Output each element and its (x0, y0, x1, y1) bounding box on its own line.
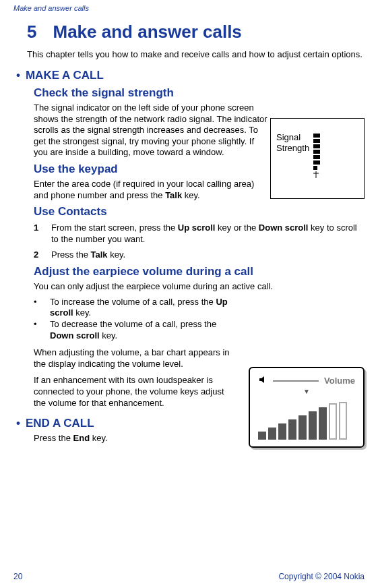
subhead-adjust-volume: Adjust the earpiece volume during a call (34, 265, 365, 278)
b2-post: key. (100, 330, 118, 341)
text-use-keypad: Enter the area code (if required in your… (34, 179, 270, 201)
keypad-pre: Enter the area code (if required in your… (34, 179, 254, 200)
step-2-content: Press the Talk key. (51, 249, 365, 261)
copyright-text: Copyright © 2004 Nokia (278, 572, 365, 581)
signal-bars-icon (313, 134, 320, 178)
keypad-bold: Talk (165, 190, 182, 200)
s2-post: key. (108, 249, 126, 260)
text-volume-barchart: When adjusting the volume, a bar chart a… (34, 347, 236, 370)
triangle-down-icon: ▼ (258, 388, 355, 395)
signal-label-1: Signal (276, 132, 301, 142)
figure-volume: Volume ▼ (249, 367, 365, 448)
text-volume-enhancement: If an enhancement with its own loudspeak… (34, 375, 236, 409)
bullet-increase-content: To increase the volume of a call, press … (50, 297, 239, 320)
step-1: 1 From the start screen, press the Up sc… (34, 223, 365, 245)
volume-line-icon (273, 380, 319, 382)
volume-bullet-list: • To increase the volume of a call, pres… (34, 297, 365, 343)
volume-label: Volume (324, 376, 355, 386)
running-header: Make and answer calls (13, 0, 365, 12)
end-pre: Press the (34, 433, 73, 443)
bullet-dot-icon: • (34, 319, 50, 342)
page-number: 20 (13, 572, 22, 581)
bullet-decrease-content: To decrease the volume of a call, press … (50, 319, 239, 342)
subhead-signal-strength: Check the signal strength (34, 86, 365, 100)
step-2: 2 Press the Talk key. (34, 249, 365, 261)
b2-b: Down scroll (50, 330, 100, 341)
page-footer: 20 Copyright © 2004 Nokia (13, 572, 365, 581)
s1-b1: Up scroll (178, 223, 216, 233)
bullet-increase: • To increase the volume of a call, pres… (34, 297, 365, 320)
chapter-number: 5 (27, 22, 36, 42)
s1-b2: Down scroll (259, 223, 309, 233)
section-make-a-call: MAKE A CALL (16, 69, 365, 82)
bullet-dot-icon: • (34, 297, 50, 320)
step-2-number: 2 (34, 249, 51, 261)
subhead-use-contacts: Use Contacts (34, 205, 365, 218)
volume-header: Volume (258, 375, 355, 386)
step-1-number: 1 (34, 223, 51, 245)
chapter-title: 5Make and answer calls (27, 22, 365, 42)
s2-pre: Press the (51, 249, 91, 260)
bullet-decrease: • To decrease the volume of a call, pres… (34, 319, 365, 342)
b1-pre: To increase the volume of a call, press … (50, 297, 216, 307)
s2-b1: Talk (91, 249, 108, 260)
end-bold: End (73, 433, 90, 443)
step-1-content: From the start screen, press the Up scro… (51, 223, 365, 245)
speaker-icon (258, 375, 267, 386)
keypad-post: key. (182, 190, 200, 200)
b2-pre: To decrease the volume of a call, press … (50, 319, 216, 329)
end-post: key. (90, 433, 108, 443)
volume-bars-icon (258, 402, 355, 440)
figure-signal-strength: Signal Strength (270, 118, 365, 199)
chapter-title-text: Make and answer calls (53, 22, 241, 42)
b1-post: key. (73, 307, 92, 318)
chapter-intro: This chapter tells you how to make and r… (27, 49, 365, 61)
signal-label: Signal Strength (276, 132, 309, 153)
s1-pre: From the start screen, press the (51, 223, 178, 233)
s1-mid: key or the (215, 223, 258, 233)
signal-label-2: Strength (276, 143, 309, 153)
text-volume-lead: You can only adjust the earpiece volume … (34, 281, 365, 293)
text-signal-strength: The signal indicator on the left side of… (34, 102, 270, 158)
